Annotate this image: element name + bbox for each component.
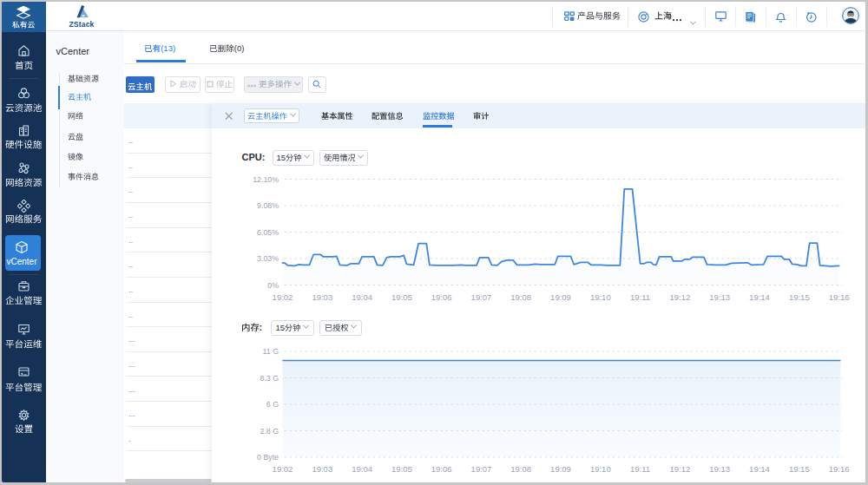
svg-text:19:11: 19:11 (630, 464, 650, 474)
svg-text:8.3 G: 8.3 G (260, 374, 279, 383)
svg-text:6 G: 6 G (266, 400, 278, 409)
svg-text:19:04: 19:04 (352, 464, 372, 474)
svg-text:19:03: 19:03 (312, 464, 332, 474)
svg-text:19:06: 19:06 (431, 292, 451, 302)
svg-text:19:15: 19:15 (788, 292, 809, 302)
svg-text:19:13: 19:13 (709, 292, 730, 302)
svg-text:19:11: 19:11 (630, 292, 650, 302)
svg-text:9.08%: 9.08% (257, 201, 279, 210)
svg-text:3.03%: 3.03% (257, 254, 279, 263)
svg-text:19:08: 19:08 (510, 292, 531, 302)
svg-text:19:07: 19:07 (470, 292, 491, 302)
svg-text:11 G: 11 G (262, 347, 279, 356)
svg-text:19:10: 19:10 (589, 464, 610, 474)
svg-text:2.8 G: 2.8 G (260, 427, 279, 436)
svg-text:19:15: 19:15 (788, 464, 809, 474)
svg-text:19:12: 19:12 (669, 292, 690, 302)
svg-text:19:09: 19:09 (550, 464, 571, 474)
svg-text:19:03: 19:03 (312, 292, 332, 302)
svg-text:19:06: 19:06 (431, 464, 451, 474)
svg-text:19:07: 19:07 (470, 464, 491, 474)
svg-text:19:09: 19:09 (550, 292, 571, 302)
svg-text:19:05: 19:05 (391, 464, 412, 474)
svg-text:19:02: 19:02 (272, 464, 293, 474)
svg-text:0%: 0% (267, 281, 279, 290)
svg-text:19:04: 19:04 (352, 292, 372, 302)
svg-text:19:14: 19:14 (749, 292, 770, 302)
svg-text:0 Byte: 0 Byte (257, 453, 279, 462)
svg-text:19:13: 19:13 (709, 464, 730, 474)
svg-text:19:02: 19:02 (272, 292, 293, 302)
svg-text:6.05%: 6.05% (257, 228, 279, 237)
svg-text:19:12: 19:12 (669, 464, 690, 474)
svg-text:19:16: 19:16 (828, 292, 849, 302)
svg-text:19:05: 19:05 (391, 292, 412, 302)
svg-text:19:08: 19:08 (510, 464, 531, 474)
svg-text:12.10%: 12.10% (253, 175, 279, 184)
svg-text:19:16: 19:16 (828, 464, 849, 474)
svg-text:19:10: 19:10 (589, 292, 610, 302)
svg-text:19:14: 19:14 (749, 464, 770, 474)
